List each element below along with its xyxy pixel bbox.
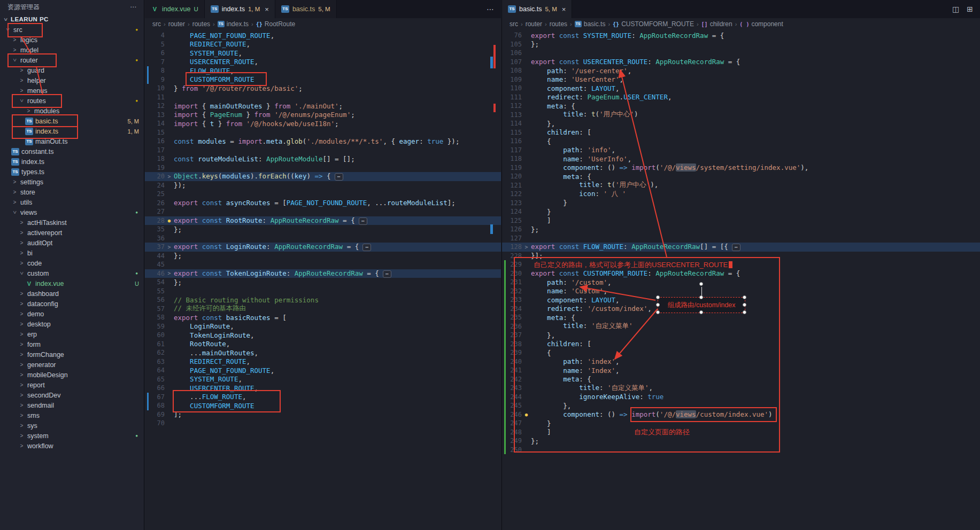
code-line-16: 16const modules = import.meta.glob('./mo… [145, 137, 501, 146]
tree-folder-sys[interactable]: >sys [0, 420, 144, 431]
code-line-112: 112 meta: { [502, 102, 980, 111]
line-number: 121 [506, 182, 522, 189]
tree-folder-dataconfig[interactable]: >dataconfig [0, 299, 144, 309]
tree-file-types.ts[interactable]: TStypes.ts [0, 167, 144, 177]
ts-file-icon: TS [11, 148, 19, 155]
tree-file-index.vue[interactable]: Vindex.vueU [0, 278, 144, 289]
tree-folder-actHiTaskinst[interactable]: >actHiTaskinst [0, 217, 144, 228]
fold-chevron-icon[interactable]: > [165, 270, 174, 276]
chevron-right-icon: > [18, 88, 25, 93]
chevron-down-icon: > [5, 26, 11, 33]
tree-item-label: sms [27, 412, 40, 419]
line-number: 242 [506, 376, 522, 383]
tree-folder-formChange[interactable]: >formChange [0, 349, 144, 360]
breadcrumb-item-src[interactable]: src [510, 20, 518, 28]
tree-folder-routes[interactable]: >routes● [0, 96, 144, 106]
tree-folder-custom[interactable]: >custom● [0, 268, 144, 278]
tree-folder-erp[interactable]: >erp [0, 329, 144, 339]
tree-folder-dashboard[interactable]: >dashboard [0, 289, 144, 299]
code-area[interactable]: 4 PAGE_NOT_FOUND_ROUTE,5 REDIRECT_ROUTE,… [145, 31, 501, 428]
tree-folder-secondDev[interactable]: >secondDev [0, 390, 144, 400]
tree-folder-menus[interactable]: >menus [0, 85, 144, 96]
line-number: 24 [149, 182, 165, 189]
symbol-object-icon: {} [613, 21, 619, 27]
split-editor-icon[interactable]: ◫ [952, 5, 959, 13]
code-line-126: 126}; [502, 225, 980, 234]
tree-folder-auditOpt[interactable]: >auditOpt [0, 238, 144, 248]
fold-chevron-icon[interactable]: > [165, 244, 174, 250]
tree-folder-mobileDesign[interactable]: >mobileDesign [0, 370, 144, 380]
tab-index.vue[interactable]: Vindex.vueU [145, 0, 205, 18]
breadcrumb-item-routes[interactable]: routes [550, 20, 567, 28]
breadcrumb-item-router[interactable]: router [526, 20, 542, 28]
tab-index.ts[interactable]: TSindex.ts1, M× [205, 0, 275, 18]
close-icon[interactable]: × [562, 5, 566, 13]
breadcrumb-item-component[interactable]: ( )component [739, 20, 783, 28]
tree-folder-report[interactable]: >report [0, 380, 144, 390]
tree-folder-form[interactable]: >form [0, 339, 144, 349]
breadcrumb-item-router[interactable]: router [168, 20, 185, 28]
folded-code-icon[interactable]: ⋯ [383, 270, 391, 278]
tree-folder-src[interactable]: >src● [0, 25, 144, 35]
breadcrumb-item-CUSTOMFORM_ROUTE[interactable]: {}CUSTOMFORM_ROUTE [613, 20, 694, 28]
tree-folder-system[interactable]: >system● [0, 431, 144, 441]
tree-folder-sms[interactable]: >sms [0, 410, 144, 420]
line-number: 54 [149, 278, 165, 286]
explorer-more-icon[interactable]: ⋯ [130, 3, 136, 11]
workspace-section-header[interactable]: > LEARUN PC [0, 14, 144, 25]
tree-folder-utils[interactable]: >utils [0, 197, 144, 207]
folded-code-icon[interactable]: ⋯ [732, 244, 740, 251]
folded-code-icon[interactable]: ⋯ [362, 244, 371, 251]
breadcrumb-item-src[interactable]: src [152, 20, 161, 28]
tab-basic.ts[interactable]: TSbasic.ts5, M [275, 0, 337, 18]
editor-layout-icon[interactable]: ⊞ [967, 5, 973, 13]
tree-folder-guard[interactable]: >guard [0, 65, 144, 75]
close-icon[interactable]: × [265, 5, 269, 13]
tree-file-index.ts[interactable]: TSindex.ts1, M [0, 126, 144, 136]
ts-icon: TS [508, 5, 516, 13]
fold-chevron-icon[interactable]: > [522, 244, 531, 250]
tree-folder-sendmail[interactable]: >sendmail [0, 400, 144, 410]
tree-folder-model[interactable]: >model [0, 45, 144, 55]
tree-folder-store[interactable]: >store [0, 187, 144, 197]
lightbulb-icon[interactable]: ● [165, 218, 174, 223]
code-line-12: 12import { mainOutRoutes } from './mainO… [145, 102, 501, 111]
tree-folder-bi[interactable]: >bi [0, 248, 144, 258]
tree-folder-activereport[interactable]: >activereport [0, 228, 144, 238]
breadcrumb-item-routes[interactable]: routes [192, 20, 210, 28]
folded-code-icon[interactable]: ⋯ [359, 217, 367, 225]
tab-git-badge: 5, M [545, 6, 557, 12]
tree-folder-generator[interactable]: >generator [0, 360, 144, 370]
vue-file-icon: V [25, 280, 33, 287]
tree-file-index.ts[interactable]: TSindex.ts [0, 157, 144, 167]
editor-more-actions-icon[interactable]: ⋯ [487, 5, 494, 13]
tree-folder-views[interactable]: >views● [0, 207, 144, 217]
breadcrumb-item-index.ts[interactable]: TSindex.ts [218, 20, 249, 28]
tree-folder-router[interactable]: >router● [0, 55, 144, 65]
breadcrumb-item-children[interactable]: []children [701, 20, 732, 28]
tree-folder-helper[interactable]: >helper [0, 75, 144, 85]
tree-folder-modules[interactable]: >modules [0, 106, 144, 116]
tree-file-mainOut.ts[interactable]: TSmainOut.ts [0, 136, 144, 146]
tree-folder-settings[interactable]: >settings [0, 177, 144, 187]
tree-folder-code[interactable]: >code [0, 258, 144, 268]
fold-chevron-icon[interactable]: > [165, 174, 174, 180]
line-number: 69 [149, 411, 165, 418]
line-number: 45 [149, 261, 165, 268]
tree-file-constant.ts[interactable]: TSconstant.ts [0, 146, 144, 157]
code-area[interactable]: 76export const SYSTEM_ROUTE: AppRouteRec… [502, 31, 980, 454]
chevron-right-icon: > [18, 341, 25, 347]
code-line-242: 242 meta: { [502, 375, 980, 384]
tab-basic.ts[interactable]: TSbasic.ts5, M× [502, 0, 572, 18]
folded-code-icon[interactable]: ⋯ [335, 173, 343, 181]
lightbulb-icon[interactable]: ● [522, 412, 531, 417]
tree-folder-workflow[interactable]: >workflow [0, 441, 144, 451]
tree-folder-logics[interactable]: >logics [0, 35, 144, 45]
breadcrumb-item-RootRoute[interactable]: {}RootRoute [256, 20, 295, 28]
tree-file-basic.ts[interactable]: TSbasic.ts5, M [0, 116, 144, 126]
code-line-128: 128>export const FLOW_ROUTE: AppRouteRec… [502, 243, 980, 252]
breadcrumb-item-basic.ts[interactable]: TSbasic.ts [575, 20, 606, 28]
tree-folder-demo[interactable]: >demo [0, 309, 144, 319]
line-number: 247 [506, 419, 522, 427]
tree-folder-desktop[interactable]: >desktop [0, 319, 144, 329]
